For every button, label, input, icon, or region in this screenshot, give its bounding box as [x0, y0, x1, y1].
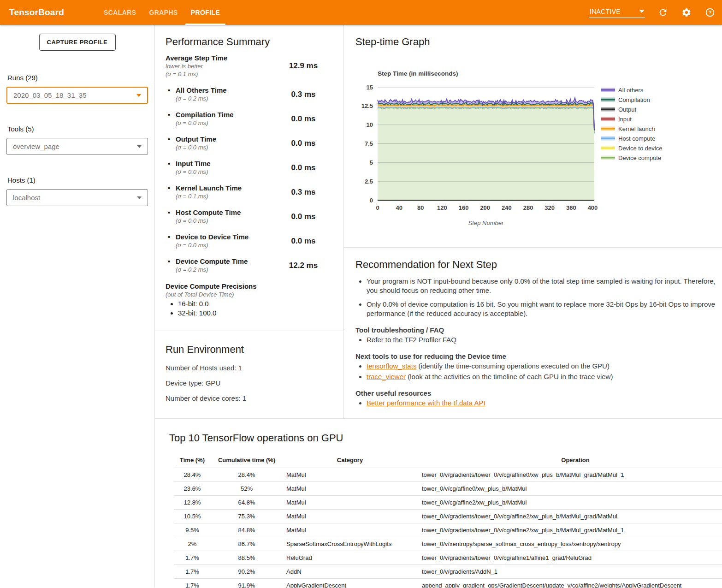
top-app-bar: TensorBoard SCALARS GRAPHS PROFILE INACT… — [0, 0, 722, 25]
table-row: 2%86.7%SparseSoftmaxCrossEntropyWithLogi… — [174, 537, 722, 551]
tool-bullet: trace_viewer (look at the activities on … — [367, 372, 722, 381]
runs-select-value: 2020_03_05_18_31_35 — [13, 91, 87, 99]
tfdata-api-link[interactable]: Better performance with the tf.data API — [367, 399, 485, 407]
recommendation-bullet: Only 0.0% of device computation is 16 bi… — [367, 300, 722, 318]
next-tools-heading: Next tools to use for reducing the Devic… — [355, 352, 722, 360]
run-environment-title: Run Environment — [166, 344, 333, 356]
tools-select-value: overview_page — [13, 143, 59, 150]
runs-label: Runs (29) — [7, 74, 148, 82]
legend-item: Input — [601, 116, 632, 123]
metric-value: 0.0 ms — [276, 163, 331, 172]
metric-value: 0.0 ms — [276, 237, 331, 246]
reload-status-select[interactable]: INACTIVE — [589, 7, 645, 18]
main-content: Performance Summary Average Step Time lo… — [154, 25, 722, 588]
col-cumulative: Cumulative time (%) — [211, 454, 283, 468]
legend-label: Output — [618, 106, 636, 113]
chevron-down-icon — [137, 145, 142, 148]
svg-text:Step Number: Step Number — [468, 220, 504, 226]
col-time: Time (%) — [174, 454, 211, 468]
col-operation: Operation — [417, 454, 722, 468]
metric-row: Kernel Launch Time(σ = 0.1 ms) 0.3 ms — [166, 184, 331, 200]
svg-text:40: 40 — [396, 204, 402, 211]
svg-text:?: ? — [709, 10, 712, 15]
metric-value: 12.2 ms — [276, 261, 331, 270]
svg-text:120: 120 — [437, 204, 447, 211]
tab-scalars[interactable]: SCALARS — [97, 0, 142, 25]
recommendation-bullet: Your program is NOT input-bound because … — [367, 277, 722, 295]
metric-row: Input Time(σ = 0.0 ms) 0.0 ms — [166, 160, 331, 176]
resources-heading: Other useful resources — [355, 389, 722, 397]
settings-gear-icon[interactable] — [681, 7, 692, 18]
svg-text:0: 0 — [370, 197, 373, 204]
metric-row: Compilation Time(σ = 0.0 ms) 0.0 ms — [166, 111, 331, 127]
svg-text:280: 280 — [523, 204, 533, 211]
legend-item: Device compute — [601, 154, 661, 161]
help-icon[interactable]: ? — [704, 7, 716, 18]
trace-viewer-link[interactable]: trace_viewer — [367, 373, 406, 380]
svg-text:360: 360 — [566, 204, 576, 211]
metric-value: 12.9 ms — [276, 61, 331, 71]
svg-text:240: 240 — [502, 204, 512, 211]
device-type-line: Device type: GPU — [166, 379, 333, 387]
app-title: TensorBoard — [9, 7, 64, 18]
runs-select[interactable]: 2020_03_05_18_31_35 — [6, 87, 148, 104]
legend-label: Device to device — [618, 145, 662, 152]
chevron-down-icon — [639, 10, 644, 13]
legend-label: All others — [618, 87, 644, 94]
table-row: 12.8%64.8%MatMultower_0/v/cg/affine2/xw_… — [174, 496, 722, 510]
metric-value: 0.0 ms — [276, 139, 331, 148]
device-compute-precisions: Device Compute Precisions (out of Total … — [166, 282, 331, 318]
svg-text:400: 400 — [588, 204, 598, 211]
top-ops-table: Time (%) Cumulative time (%) Category Op… — [174, 454, 722, 588]
hosts-select[interactable]: localhost — [6, 189, 148, 206]
tools-label: Tools (5) — [7, 125, 148, 133]
svg-text:160: 160 — [459, 204, 469, 211]
performance-summary-title: Performance Summary — [166, 36, 331, 48]
metric-row: Host Compute Time(σ = 0.0 ms) 0.0 ms — [166, 208, 331, 225]
recommendation-title: Recommendation for Next Step — [355, 259, 722, 271]
run-environment-section: Run Environment Number of Hosts used: 1 … — [155, 331, 343, 402]
legend-item: Output — [601, 106, 636, 113]
metric-row: Output Time(σ = 0.0 ms) 0.0 ms — [166, 135, 331, 151]
chevron-down-icon — [137, 196, 142, 199]
legend-label: Device compute — [618, 154, 661, 161]
hosts-used-line: Number of Hosts used: 1 — [166, 364, 333, 372]
metric-row: Device Compute Time(σ = 0.2 ms) 12.2 ms — [166, 257, 331, 273]
precision-32bit: 32-bit: 100.0 — [178, 309, 331, 318]
tool-desc: (look at the activities on the timeline … — [406, 373, 613, 380]
tab-profile[interactable]: PROFILE — [184, 0, 226, 25]
svg-text:320: 320 — [544, 204, 555, 211]
svg-text:12.5: 12.5 — [361, 102, 373, 109]
table-row: 1.7%91.9%ApplyGradientDescentappend_appl… — [174, 579, 722, 588]
table-row: 9.5%84.8%MatMultower_0/v/gradients/tower… — [174, 523, 722, 537]
legend-label: Compilation — [618, 96, 650, 103]
table-row: 1.7%88.5%ReluGradtower_0/v/gradients/tow… — [174, 551, 722, 565]
legend-item: Device to device — [601, 145, 662, 152]
table-row: 28.4%28.4%MatMultower_0/v/gradients/towe… — [174, 468, 722, 482]
tool-bullet: tensorflow_stats (identify the time-cons… — [367, 362, 722, 371]
metric-value: 0.0 ms — [276, 212, 331, 221]
resource-bullet: Better performance with the tf.data API — [367, 398, 722, 408]
hosts-select-value: localhost — [13, 194, 40, 202]
capture-profile-button[interactable]: CAPTURE PROFILE — [39, 34, 116, 51]
recommendation-section: Recommendation for Next Step Your progra… — [344, 248, 722, 408]
tensorflow-stats-link[interactable]: tensorflow_stats — [367, 362, 416, 370]
tab-graphs[interactable]: GRAPHS — [143, 0, 184, 25]
svg-text:5: 5 — [370, 159, 373, 166]
table-row: 1.7%90.2%AddNtower_0/v/gradients/AddN_1 — [174, 565, 722, 579]
legend-label: Input — [618, 116, 632, 123]
metric-value: 0.3 ms — [276, 90, 331, 99]
legend-item: All others — [601, 87, 644, 94]
legend-item: Compilation — [601, 96, 650, 103]
precision-16bit: 16-bit: 0.0 — [178, 299, 331, 309]
refresh-icon[interactable] — [657, 7, 669, 18]
tools-select[interactable]: overview_page — [6, 138, 148, 155]
legend-label: Kernel launch — [618, 125, 655, 132]
step-time-chart: Step Time (in milliseconds)02.557.51012.… — [351, 65, 720, 228]
faq-heading: Tool troubleshooting / FAQ — [355, 326, 722, 334]
svg-text:15: 15 — [367, 84, 373, 91]
col-category: Category — [283, 454, 417, 468]
top-ops-title: Top 10 TensorFlow operations on GPU — [169, 432, 722, 444]
step-time-graph-section: Step-time Graph Step Time (in millisecon… — [344, 25, 722, 248]
table-row: 23.6%52%MatMultower_0/v/cg/affine0/xw_pl… — [174, 482, 722, 496]
